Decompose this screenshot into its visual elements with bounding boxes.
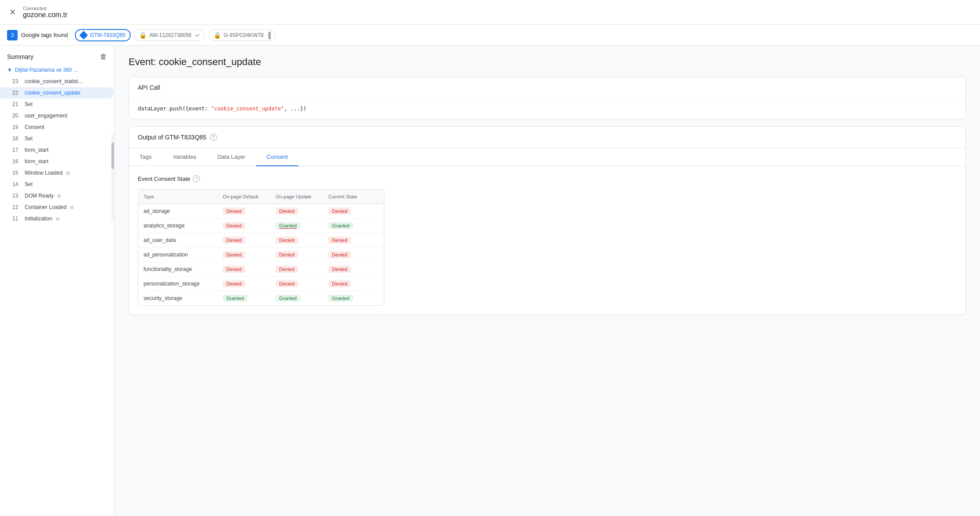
consent-cell-current: Granted bbox=[323, 219, 376, 233]
tag-count-badge: 3 bbox=[7, 30, 18, 40]
sidebar-group-arrow-icon: ▼ bbox=[7, 67, 12, 73]
event-title: Event: cookie_consent_update bbox=[129, 56, 966, 68]
consent-badge-update: Denied bbox=[276, 251, 298, 258]
consent-table-body: ad_storageDeniedDeniedDeniedanalytics_st… bbox=[138, 204, 384, 305]
sidebar-item-num: 15 bbox=[12, 170, 21, 176]
consent-help-icon[interactable]: ? bbox=[193, 175, 200, 182]
sidebar-item-label: Window Loaded bbox=[25, 170, 63, 176]
sidebar-item-num: 23 bbox=[12, 78, 21, 84]
sidebar-group-header[interactable]: ▼ Dijital Pazarlama ve 360 ... bbox=[0, 64, 114, 76]
consent-cell-current: Denied bbox=[323, 277, 376, 291]
sidebar-item-cookie_consent_update[interactable]: 22cookie_consent_update bbox=[0, 87, 114, 99]
sidebar-summary-row: Summary 🗑 bbox=[0, 46, 114, 64]
tag-bar: 3 Google tags found GTM-T833Q85 🔒 AW-112… bbox=[0, 25, 980, 46]
gtm-icon bbox=[80, 32, 87, 39]
tag-found-label: Google tags found bbox=[21, 32, 68, 38]
sidebar-item-set[interactable]: 21Set bbox=[0, 99, 114, 110]
tag-pill-gtm[interactable]: GTM-T833Q85 bbox=[75, 29, 131, 41]
tag-ads-id: AW-11262739056 bbox=[149, 32, 192, 38]
sidebar-item-set[interactable]: 18Set bbox=[0, 133, 114, 144]
consent-cell-type: analytics_storage bbox=[138, 219, 217, 232]
consent-badge-current: Denied bbox=[328, 251, 351, 258]
consent-header-cell-type: Type bbox=[138, 190, 217, 204]
sidebar-item-label: user_engagement bbox=[25, 113, 67, 119]
consent-badge-update: Granted bbox=[276, 222, 300, 229]
output-help-icon[interactable]: ? bbox=[210, 134, 217, 141]
consent-cell-type: ad_storage bbox=[138, 205, 217, 218]
sidebar-item-num: 19 bbox=[12, 124, 21, 130]
sidebar-item-form_start[interactable]: 17form_start bbox=[0, 144, 114, 156]
consent-cell-current: Denied bbox=[323, 233, 376, 247]
sidebar-item-dom-ready[interactable]: 13DOM Ready⊞ bbox=[0, 190, 114, 201]
consent-table: TypeOn-page DefaultOn-page UpdateCurrent… bbox=[138, 189, 384, 306]
sidebar-item-container-loaded[interactable]: 12Container Loaded⊞ bbox=[0, 201, 114, 213]
consent-badge-current: Denied bbox=[328, 280, 351, 287]
tag-pill-ads[interactable]: 🔒 AW-11262739056 bbox=[134, 29, 205, 41]
tab-tags[interactable]: Tags bbox=[129, 148, 162, 166]
consent-cell-current: Granted bbox=[323, 291, 376, 305]
code-prefix: dataLayer.push({event: bbox=[138, 106, 211, 112]
sidebar-item-label: Container Loaded bbox=[25, 204, 66, 210]
consent-cell-current: Denied bbox=[323, 262, 376, 276]
consent-cell-update: Granted bbox=[270, 219, 323, 233]
tag-pill-ga4[interactable]: 🔒 G-9SPC04KW78 ▐ bbox=[209, 29, 276, 41]
sidebar-scrollbar-thumb[interactable] bbox=[111, 143, 114, 169]
consent-cell-type: ad_user_data bbox=[138, 234, 217, 247]
tab-data-layer[interactable]: Data Layer bbox=[207, 148, 256, 166]
sidebar-item-special-icon: ⊞ bbox=[70, 205, 74, 210]
sidebar-item-label: Set bbox=[25, 181, 33, 187]
consent-cell-default: Denied bbox=[217, 277, 270, 291]
sidebar-item-num: 14 bbox=[12, 181, 21, 187]
sidebar-item-num: 18 bbox=[12, 135, 21, 142]
consent-badge-default: Granted bbox=[223, 295, 247, 302]
consent-header-cell-on-page-default: On-page Default bbox=[217, 190, 270, 204]
ga4-icon: 🔒 bbox=[214, 32, 221, 39]
delete-icon[interactable]: 🗑 bbox=[100, 53, 107, 61]
consent-cell-default: Denied bbox=[217, 204, 270, 218]
consent-cell-default: Granted bbox=[217, 291, 270, 305]
consent-row-ad_storage: ad_storageDeniedDeniedDenied bbox=[138, 204, 384, 219]
sidebar-item-initialization[interactable]: 11Initialization⊞ bbox=[0, 213, 114, 224]
consent-cell-type: ad_personalization bbox=[138, 248, 217, 261]
consent-cell-update: Granted bbox=[270, 291, 323, 305]
sidebar-item-user_engagement[interactable]: 20user_engagement bbox=[0, 110, 114, 121]
sidebar-item-special-icon: ⊞ bbox=[56, 216, 59, 221]
tab-consent[interactable]: Consent bbox=[256, 148, 298, 166]
code-value: "cookie_consent_update" bbox=[211, 106, 284, 112]
sidebar-item-special-icon: ⊞ bbox=[66, 171, 70, 176]
consent-badge-update: Denied bbox=[276, 237, 298, 244]
tag-gtm-id: GTM-T833Q85 bbox=[90, 32, 125, 38]
sidebar-item-cookie_consent_statist...[interactable]: 23cookie_consent_statist... bbox=[0, 76, 114, 87]
sidebar-item-num: 17 bbox=[12, 147, 21, 153]
api-call-header: API Call bbox=[129, 77, 965, 99]
sidebar-item-label: cookie_consent_statist... bbox=[25, 78, 82, 84]
sidebar-item-label: form_start bbox=[25, 147, 48, 153]
ads-icon: 🔒 bbox=[139, 32, 147, 39]
consent-badge-current: Denied bbox=[328, 266, 351, 273]
connection-info: Connected gozone.com.tr bbox=[23, 6, 67, 19]
consent-cell-default: Denied bbox=[217, 262, 270, 276]
consent-row-security_storage: security_storageGrantedGrantedGranted bbox=[138, 291, 384, 305]
close-button[interactable]: ✕ bbox=[7, 7, 18, 18]
sidebar-item-consent[interactable]: 19Consent bbox=[0, 121, 114, 133]
consent-cell-default: Denied bbox=[217, 248, 270, 262]
consent-badge-default: Denied bbox=[223, 280, 245, 287]
consent-cell-update: Denied bbox=[270, 262, 323, 276]
consent-cell-update: Denied bbox=[270, 277, 323, 291]
connection-domain: gozone.com.tr bbox=[23, 11, 67, 19]
consent-badge-default: Denied bbox=[223, 208, 245, 215]
tab-variables[interactable]: Variables bbox=[162, 148, 206, 166]
sidebar-scrollbar-track[interactable] bbox=[111, 134, 114, 222]
consent-area: Event Consent State ? TypeOn-page Defaul… bbox=[129, 166, 965, 315]
consent-header-cell-current-state: Current State bbox=[323, 190, 376, 204]
output-card: Output of GTM-T833Q85 ? TagsVariablesDat… bbox=[129, 126, 966, 315]
sidebar-item-form_start[interactable]: 16form_start bbox=[0, 156, 114, 167]
sidebar-item-label: form_start bbox=[25, 158, 48, 165]
consent-cell-default: Denied bbox=[217, 219, 270, 233]
consent-header-cell-on-page-update: On-page Update bbox=[270, 190, 323, 204]
sidebar-item-window-loaded[interactable]: 15Window Loaded⊞ bbox=[0, 167, 114, 179]
sidebar-item-num: 13 bbox=[12, 193, 21, 199]
sidebar-item-set[interactable]: 14Set bbox=[0, 179, 114, 190]
sidebar-item-num: 11 bbox=[12, 216, 21, 222]
consent-cell-type: personalization_storage bbox=[138, 277, 217, 290]
